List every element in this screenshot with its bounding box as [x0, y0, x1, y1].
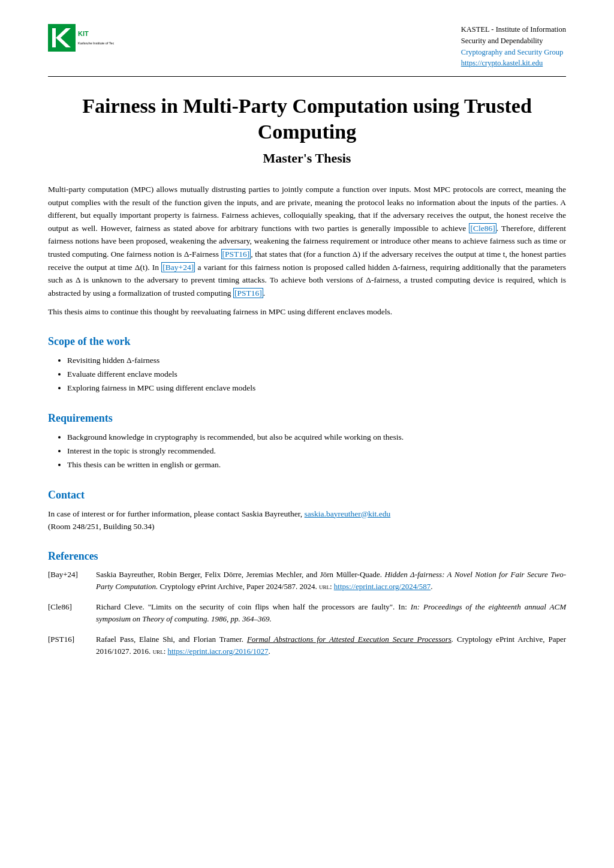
header-website-link[interactable]: https://crypto.kastel.kit.edu	[461, 59, 543, 67]
req-item-1: Background knowledge in cryptography is …	[67, 431, 566, 444]
ref-text-bay24: Saskia Bayreuther, Robin Berger, Felix D…	[96, 569, 566, 593]
ref-bay24-url-label: url:	[319, 582, 334, 591]
ref-entry-cle86: [Cle86] Richard Cleve. "Limits on the se…	[48, 601, 566, 625]
header-divider	[48, 76, 566, 77]
ref-pst16-inline-2[interactable]: [PST16]	[233, 288, 263, 298]
header: KIT Karlsruhe Institute of Technology KA…	[48, 24, 566, 69]
institution-line1: KASTEL - Institute of Information	[461, 24, 566, 35]
contact-title: Contact	[48, 489, 566, 501]
ref-cle86-inline-1[interactable]: [Cle86]	[469, 223, 496, 233]
ref-pst16-url[interactable]: https://eprint.iacr.org/2016/1027	[168, 647, 269, 656]
ref-bay24-url[interactable]: https://eprint.iacr.org/2024/587	[334, 582, 431, 591]
scope-list: Revisiting hidden Δ-fairness Evaluate di…	[67, 354, 566, 395]
req-item-2: Interest in the topic is strongly recomm…	[67, 444, 566, 458]
ref-text-pst16: Rafael Pass, Elaine Shi, and Florian Tra…	[96, 633, 566, 657]
institution-line2: Security and Dependability	[461, 35, 566, 47]
ref-pst16-url-label: url:	[153, 647, 168, 656]
header-website[interactable]: https://crypto.kastel.kit.edu	[461, 58, 566, 69]
ref-cle86-title: "Limits on the security of coin flips wh…	[148, 602, 395, 611]
ref-bay24-authors: Saskia Bayreuther, Robin Berger, Felix D…	[96, 570, 382, 579]
main-title: Fairness in Multi-Party Computation usin…	[48, 94, 566, 145]
scope-item-3: Exploring fairness in MPC using differen…	[67, 382, 566, 395]
abstract-p5: .	[263, 289, 265, 298]
ref-pst16-title: Formal Abstractions for Attested Executi…	[247, 635, 453, 644]
scope-title: Scope of the work	[48, 335, 566, 348]
ref-text-cle86: Richard Cleve. "Limits on the security o…	[96, 601, 566, 625]
header-info: KASTEL - Institute of Information Securi…	[461, 24, 566, 69]
ref-pst16-authors: Rafael Pass, Elaine Shi, and Florian Tra…	[96, 635, 243, 644]
scope-item-1: Revisiting hidden Δ-fairness	[67, 354, 566, 368]
ref-key-pst16: [PST16]	[48, 633, 96, 645]
requirements-title: Requirements	[48, 412, 566, 425]
ref-entry-bay24: [Bay+24] Saskia Bayreuther, Robin Berger…	[48, 569, 566, 593]
kit-logo: KIT Karlsruhe Institute of Technology	[48, 24, 114, 57]
contact-text: In case of interest or for further infor…	[48, 507, 566, 533]
page: KIT Karlsruhe Institute of Technology KA…	[0, 0, 614, 702]
svg-rect-0	[48, 24, 76, 52]
requirements-list: Background knowledge in cryptography is …	[67, 431, 566, 472]
req-item-3: This thesis can be written in english or…	[67, 458, 566, 472]
references-title: References	[48, 550, 566, 563]
contact-text-after: (Room 248/251, Building 50.34)	[48, 522, 154, 531]
ref-pst16-inline-1[interactable]: [PST16]	[221, 249, 251, 259]
subtitle: Master's Thesis	[48, 151, 566, 166]
ref-key-bay24: [Bay+24]	[48, 569, 96, 581]
svg-rect-1	[52, 28, 56, 47]
ref-bay24-inline[interactable]: [Bay+24]	[161, 262, 195, 272]
ref-key-cle86: [Cle86]	[48, 601, 96, 613]
logo-area: KIT Karlsruhe Institute of Technology	[48, 24, 114, 57]
references-section: References [Bay+24] Saskia Bayreuther, R…	[48, 550, 566, 658]
ref-entry-pst16: [PST16] Rafael Pass, Elaine Shi, and Flo…	[48, 633, 566, 657]
contact-section: Contact In case of interest or for furth…	[48, 489, 566, 533]
ref-bay24-venue: Cryptology ePrint Archive, Paper 2024/58…	[160, 582, 317, 591]
svg-text:Karlsruhe Institute of Technol: Karlsruhe Institute of Technology	[78, 41, 114, 45]
abstract-p6: This thesis aims to continue this though…	[48, 305, 566, 319]
contact-email[interactable]: saskia.bayreuther@kit.edu	[305, 509, 391, 518]
contact-text-before: In case of interest or for further infor…	[48, 509, 305, 518]
svg-text:KIT: KIT	[78, 30, 89, 37]
abstract: Multi-party computation (MPC) allows mut…	[48, 183, 566, 299]
ref-cle86-authors: Richard Cleve.	[96, 602, 145, 611]
scope-section: Scope of the work Revisiting hidden Δ-fa…	[48, 335, 566, 395]
crypto-group-label: Cryptography and Security Group	[461, 47, 566, 58]
requirements-section: Requirements Background knowledge in cry…	[48, 412, 566, 472]
scope-item-2: Evaluate different enclave models	[67, 368, 566, 382]
